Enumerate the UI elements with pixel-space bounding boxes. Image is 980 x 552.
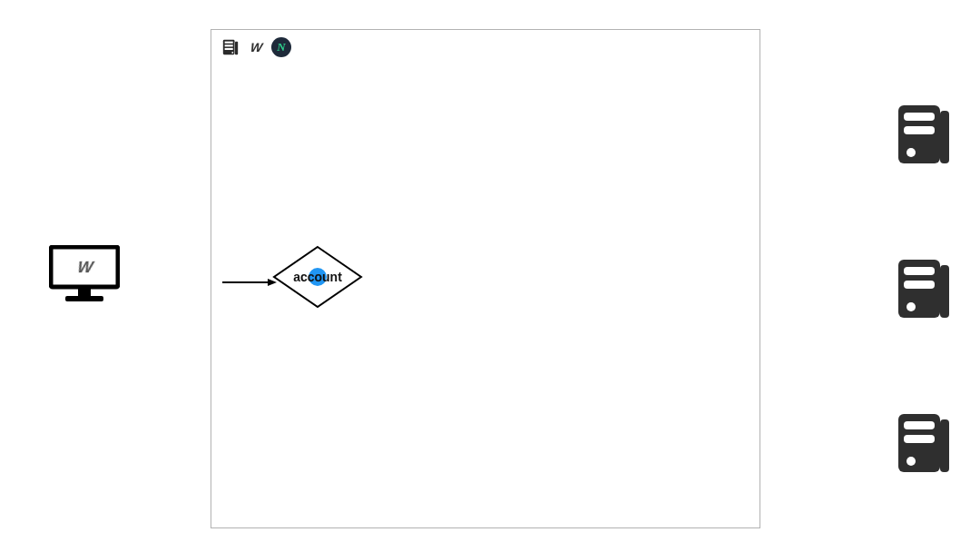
svg-point-16: [906, 148, 916, 157]
diagram-canvas: W W N: [0, 0, 980, 552]
server-node-icon: [893, 409, 953, 481]
svg-rect-25: [904, 435, 935, 443]
svg-point-26: [906, 457, 916, 466]
n-badge-icon: N: [271, 37, 291, 57]
svg-rect-4: [225, 42, 233, 44]
svg-rect-8: [235, 42, 238, 55]
server-cluster: [893, 100, 953, 481]
svg-rect-20: [904, 281, 935, 289]
flow-arrow-icon: [222, 273, 277, 281]
server-node-icon: [893, 254, 953, 327]
svg-point-7: [231, 52, 233, 54]
svg-rect-1: [78, 289, 91, 296]
svg-rect-2: [65, 296, 103, 301]
svg-rect-6: [225, 48, 233, 50]
decision-label: account: [272, 270, 363, 284]
svg-point-21: [906, 302, 916, 311]
svg-rect-23: [940, 419, 949, 472]
w-logo-icon: W: [242, 37, 269, 57]
svg-rect-19: [904, 267, 935, 275]
svg-rect-14: [904, 113, 935, 121]
svg-rect-15: [904, 126, 935, 134]
server-node-icon: [893, 100, 953, 172]
svg-rect-18: [940, 265, 949, 318]
client-monitor-icon: W: [49, 245, 120, 307]
svg-rect-5: [225, 44, 233, 46]
box-header-icons: W N: [220, 37, 291, 57]
server-rack-icon: [220, 37, 240, 57]
svg-rect-13: [940, 111, 949, 163]
svg-rect-24: [904, 421, 935, 429]
decision-node: account: [272, 245, 363, 309]
